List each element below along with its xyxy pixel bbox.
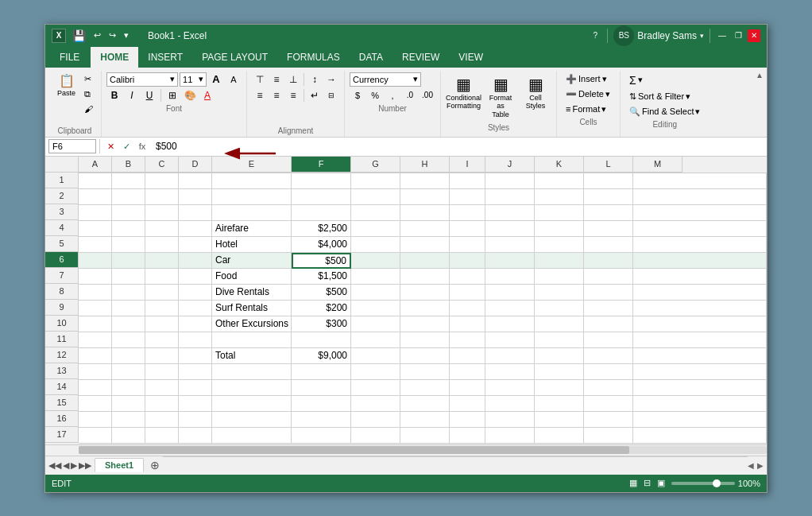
comma-button[interactable]: , [385, 88, 400, 103]
cell-h4[interactable] [400, 221, 450, 237]
tab-review[interactable]: REVIEW [392, 47, 449, 68]
cell-l7[interactable] [584, 269, 633, 285]
cell-j2[interactable] [485, 189, 535, 205]
cell-h5[interactable] [400, 237, 450, 253]
cell-i2[interactable] [450, 189, 485, 205]
percent-button[interactable]: % [367, 88, 383, 103]
cell-i5[interactable] [450, 237, 485, 253]
cell-j1[interactable] [485, 173, 535, 189]
cell-a12[interactable] [79, 348, 112, 364]
save-icon[interactable]: 💾 [71, 28, 87, 44]
cell-l1[interactable] [584, 173, 633, 189]
cell-m2[interactable] [633, 189, 767, 205]
row-header-3[interactable]: 3 [45, 204, 79, 220]
cell-h13[interactable] [400, 364, 450, 380]
cell-c14[interactable] [145, 380, 179, 396]
cell-k4[interactable] [535, 221, 584, 237]
cell-k3[interactable] [535, 205, 584, 221]
col-header-e[interactable]: E [212, 157, 292, 173]
wrap-text-button[interactable]: ↵ [307, 88, 323, 103]
cell-h2[interactable] [400, 189, 450, 205]
row-header-14[interactable]: 14 [45, 379, 79, 395]
cell-c8[interactable] [145, 285, 179, 301]
cell-l12[interactable] [584, 348, 633, 364]
cell-l8[interactable] [584, 285, 633, 301]
cell-d9[interactable] [179, 301, 212, 316]
help-button[interactable]: ? [589, 29, 601, 42]
format-button[interactable]: ≡ Format ▾ [562, 103, 614, 116]
zoom-slider[interactable] [671, 482, 735, 485]
tab-insert[interactable]: INSERT [138, 47, 192, 68]
cell-k12[interactable] [535, 348, 584, 364]
cell-a16[interactable] [79, 412, 112, 428]
cell-e5[interactable]: Hotel [212, 237, 292, 253]
sheet-nav-prev[interactable]: ◀ [63, 460, 69, 471]
italic-button[interactable]: I [124, 88, 140, 103]
row-header-13[interactable]: 13 [45, 363, 79, 379]
col-header-m[interactable]: M [633, 157, 682, 173]
row-header-12[interactable]: 12 [45, 347, 79, 363]
cell-e16[interactable] [212, 412, 292, 428]
cell-e8[interactable]: Dive Rentals [212, 285, 292, 301]
cell-k15[interactable] [535, 396, 584, 412]
cell-a14[interactable] [79, 380, 112, 396]
cell-i11[interactable] [450, 332, 485, 348]
cell-b10[interactable] [112, 316, 145, 332]
row-header-16[interactable]: 16 [45, 411, 79, 427]
format-as-table-button[interactable]: ▦ Format as Table [485, 72, 516, 122]
cell-f4[interactable]: $2,500 [292, 221, 351, 237]
sort-filter-button[interactable]: ⇅ Sort & Filter ▾ [625, 90, 704, 103]
cell-g3[interactable] [351, 205, 400, 221]
cell-a3[interactable] [79, 205, 112, 221]
cell-d5[interactable] [179, 237, 212, 253]
row-header-15[interactable]: 15 [45, 395, 79, 411]
cell-c3[interactable] [145, 205, 179, 221]
cell-e13[interactable] [212, 364, 292, 380]
cell-m5[interactable] [633, 237, 767, 253]
cell-f13[interactable] [292, 364, 351, 380]
cell-f14[interactable] [292, 380, 351, 396]
cell-a2[interactable] [79, 189, 112, 205]
cell-c4[interactable] [145, 221, 179, 237]
cell-m1[interactable] [633, 173, 767, 189]
insert-button[interactable]: ➕ Insert ▾ [562, 72, 614, 86]
cell-f10[interactable]: $300 [292, 316, 351, 332]
col-header-b[interactable]: B [112, 157, 145, 173]
row-header-5[interactable]: 5 [45, 236, 79, 252]
quick-access-dropdown[interactable]: ▾ [122, 29, 130, 42]
text-direction-button[interactable]: ↕ [307, 72, 323, 87]
restore-button[interactable]: ❐ [732, 29, 744, 42]
cell-m7[interactable] [633, 269, 767, 285]
col-header-l[interactable]: L [584, 157, 633, 173]
cell-d15[interactable] [179, 396, 212, 412]
cell-k17[interactable] [535, 428, 584, 444]
cell-c2[interactable] [145, 189, 179, 205]
col-header-h[interactable]: H [400, 157, 450, 173]
cell-g4[interactable] [351, 221, 400, 237]
cell-h6[interactable] [400, 253, 450, 269]
align-left-button[interactable]: ≡ [252, 88, 268, 103]
cell-k10[interactable] [535, 316, 584, 332]
cell-a13[interactable] [79, 364, 112, 380]
add-sheet-button[interactable]: ⊕ [147, 457, 163, 473]
cut-button[interactable]: ✂ [81, 72, 96, 86]
cell-m13[interactable] [633, 364, 767, 380]
indent-button[interactable]: → [323, 72, 339, 87]
cell-g5[interactable] [351, 237, 400, 253]
tab-view[interactable]: VIEW [449, 47, 493, 68]
cell-j4[interactable] [485, 221, 535, 237]
cell-k13[interactable] [535, 364, 584, 380]
cell-m8[interactable] [633, 285, 767, 301]
cell-k5[interactable] [535, 237, 584, 253]
cell-d14[interactable] [179, 380, 212, 396]
cell-h9[interactable] [400, 301, 450, 316]
row-header-6[interactable]: 6 [45, 252, 79, 268]
col-header-j[interactable]: J [485, 157, 535, 173]
page-layout-view-button[interactable]: ⊟ [644, 478, 651, 488]
cell-f1[interactable] [292, 173, 351, 189]
cell-b14[interactable] [112, 380, 145, 396]
cell-d10[interactable] [179, 316, 212, 332]
cell-e15[interactable] [212, 396, 292, 412]
cell-i8[interactable] [450, 285, 485, 301]
row-header-8[interactable]: 8 [45, 284, 79, 300]
